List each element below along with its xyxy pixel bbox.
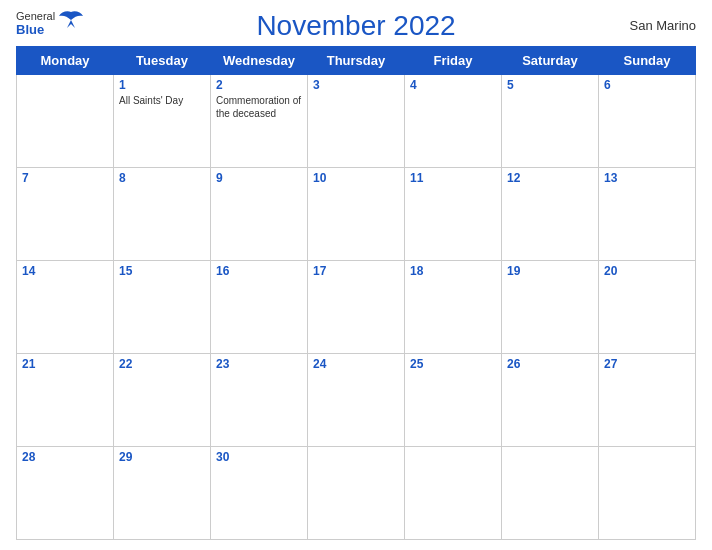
week-row-3: 14151617181920 — [17, 261, 696, 354]
calendar-cell: 27 — [599, 354, 696, 447]
day-number: 2 — [216, 78, 302, 92]
day-number: 4 — [410, 78, 496, 92]
day-number: 17 — [313, 264, 399, 278]
calendar-cell: 24 — [308, 354, 405, 447]
header-wednesday: Wednesday — [211, 47, 308, 75]
weekday-header-row: Monday Tuesday Wednesday Thursday Friday… — [17, 47, 696, 75]
day-number: 20 — [604, 264, 690, 278]
calendar-cell: 7 — [17, 168, 114, 261]
day-number: 28 — [22, 450, 108, 464]
day-number: 24 — [313, 357, 399, 371]
day-number: 18 — [410, 264, 496, 278]
header-sunday: Sunday — [599, 47, 696, 75]
day-number: 21 — [22, 357, 108, 371]
day-number: 25 — [410, 357, 496, 371]
logo-general: General — [16, 10, 55, 22]
logo-bird-icon — [57, 10, 85, 28]
day-number: 26 — [507, 357, 593, 371]
day-number: 15 — [119, 264, 205, 278]
calendar-header: General Blue November 2022 San Marino — [16, 10, 696, 42]
header-friday: Friday — [405, 47, 502, 75]
header-monday: Monday — [17, 47, 114, 75]
header-tuesday: Tuesday — [114, 47, 211, 75]
calendar-cell — [502, 447, 599, 540]
day-number: 30 — [216, 450, 302, 464]
country-label: San Marino — [630, 18, 696, 33]
calendar-cell: 1All Saints' Day — [114, 75, 211, 168]
calendar-cell: 18 — [405, 261, 502, 354]
calendar-cell: 26 — [502, 354, 599, 447]
logo-blue: Blue — [16, 22, 55, 37]
day-number: 5 — [507, 78, 593, 92]
week-row-2: 78910111213 — [17, 168, 696, 261]
calendar-cell: 23 — [211, 354, 308, 447]
week-row-5: 282930 — [17, 447, 696, 540]
calendar-title: November 2022 — [256, 10, 455, 42]
day-number: 7 — [22, 171, 108, 185]
calendar-cell: 21 — [17, 354, 114, 447]
day-number: 11 — [410, 171, 496, 185]
header-saturday: Saturday — [502, 47, 599, 75]
day-number: 10 — [313, 171, 399, 185]
day-number: 23 — [216, 357, 302, 371]
calendar-cell: 22 — [114, 354, 211, 447]
calendar-cell: 17 — [308, 261, 405, 354]
day-number: 27 — [604, 357, 690, 371]
header-thursday: Thursday — [308, 47, 405, 75]
day-number: 29 — [119, 450, 205, 464]
day-number: 1 — [119, 78, 205, 92]
calendar-cell: 3 — [308, 75, 405, 168]
calendar-cell: 2Commemoration of the deceased — [211, 75, 308, 168]
calendar-cell: 15 — [114, 261, 211, 354]
calendar-cell: 19 — [502, 261, 599, 354]
week-row-1: 1All Saints' Day2Commemoration of the de… — [17, 75, 696, 168]
calendar-table: Monday Tuesday Wednesday Thursday Friday… — [16, 46, 696, 540]
calendar-cell: 5 — [502, 75, 599, 168]
calendar-cell: 6 — [599, 75, 696, 168]
calendar-cell — [17, 75, 114, 168]
calendar-cell: 4 — [405, 75, 502, 168]
calendar-cell: 10 — [308, 168, 405, 261]
day-number: 6 — [604, 78, 690, 92]
day-number: 3 — [313, 78, 399, 92]
calendar-cell: 14 — [17, 261, 114, 354]
day-number: 12 — [507, 171, 593, 185]
calendar-cell: 9 — [211, 168, 308, 261]
calendar-cell — [405, 447, 502, 540]
calendar-cell: 11 — [405, 168, 502, 261]
calendar-wrapper: General Blue November 2022 San Marino Mo… — [0, 0, 712, 550]
day-number: 19 — [507, 264, 593, 278]
calendar-cell — [599, 447, 696, 540]
logo: General Blue — [16, 10, 85, 37]
calendar-cell — [308, 447, 405, 540]
day-number: 16 — [216, 264, 302, 278]
calendar-cell: 12 — [502, 168, 599, 261]
day-number: 14 — [22, 264, 108, 278]
calendar-cell: 29 — [114, 447, 211, 540]
event-text: All Saints' Day — [119, 94, 205, 107]
day-number: 22 — [119, 357, 205, 371]
calendar-cell: 20 — [599, 261, 696, 354]
day-number: 13 — [604, 171, 690, 185]
calendar-cell: 30 — [211, 447, 308, 540]
calendar-cell: 16 — [211, 261, 308, 354]
day-number: 8 — [119, 171, 205, 185]
calendar-cell: 25 — [405, 354, 502, 447]
event-text: Commemoration of the deceased — [216, 94, 302, 120]
week-row-4: 21222324252627 — [17, 354, 696, 447]
calendar-cell: 13 — [599, 168, 696, 261]
calendar-cell: 28 — [17, 447, 114, 540]
calendar-cell: 8 — [114, 168, 211, 261]
day-number: 9 — [216, 171, 302, 185]
